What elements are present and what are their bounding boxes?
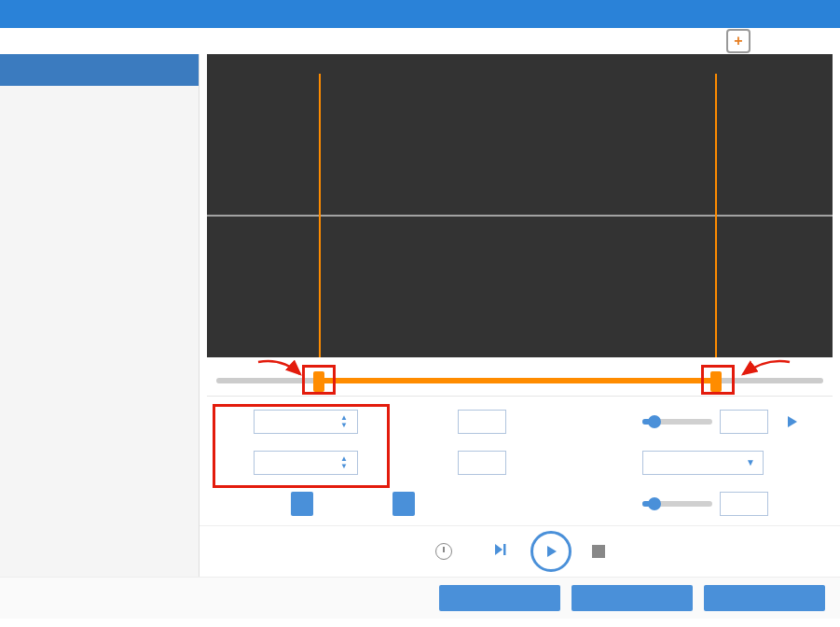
volume-slider[interactable] <box>642 501 712 507</box>
trim-marker-start[interactable] <box>319 74 321 357</box>
chevron-down-icon: ▼ <box>746 457 755 467</box>
trim-slider[interactable] <box>207 369 833 392</box>
fadein-input[interactable] <box>458 410 506 434</box>
playback-bar <box>200 525 840 577</box>
svg-rect-2 <box>503 544 506 555</box>
skip-end-icon[interactable] <box>493 541 510 562</box>
sidebar <box>0 54 200 577</box>
annotation-arrow-icon <box>734 357 799 385</box>
play-button[interactable] <box>530 531 571 572</box>
brand-header <box>0 28 840 54</box>
slider-fill <box>319 378 715 383</box>
fadeout-input[interactable] <box>458 451 506 475</box>
speed-input[interactable] <box>720 410 768 434</box>
annotation-arrow-icon <box>254 357 310 385</box>
logo-icon <box>726 29 750 53</box>
play-preview-icon[interactable] <box>783 412 802 431</box>
voice-select[interactable]: ▼ <box>642 451 764 475</box>
sidebar-item-track[interactable] <box>0 54 199 86</box>
clock-icon <box>435 543 452 560</box>
annotation-box <box>213 404 390 488</box>
apply-button[interactable] <box>439 585 560 611</box>
annotation-box <box>701 365 735 395</box>
timeline-ruler <box>207 54 833 74</box>
speed-slider[interactable] <box>642 419 712 425</box>
volume-input[interactable] <box>720 492 768 516</box>
cancel-button[interactable] <box>704 585 825 611</box>
trim-marker-end[interactable] <box>715 74 717 357</box>
reset-trim-button[interactable] <box>291 492 313 516</box>
logo <box>726 29 756 53</box>
stop-button[interactable] <box>592 545 605 558</box>
reset-fade-button[interactable] <box>392 492 415 516</box>
title-bar <box>0 0 840 28</box>
ok-button[interactable] <box>571 585 693 611</box>
waveform[interactable] <box>207 74 833 357</box>
bottom-bar <box>0 577 840 619</box>
